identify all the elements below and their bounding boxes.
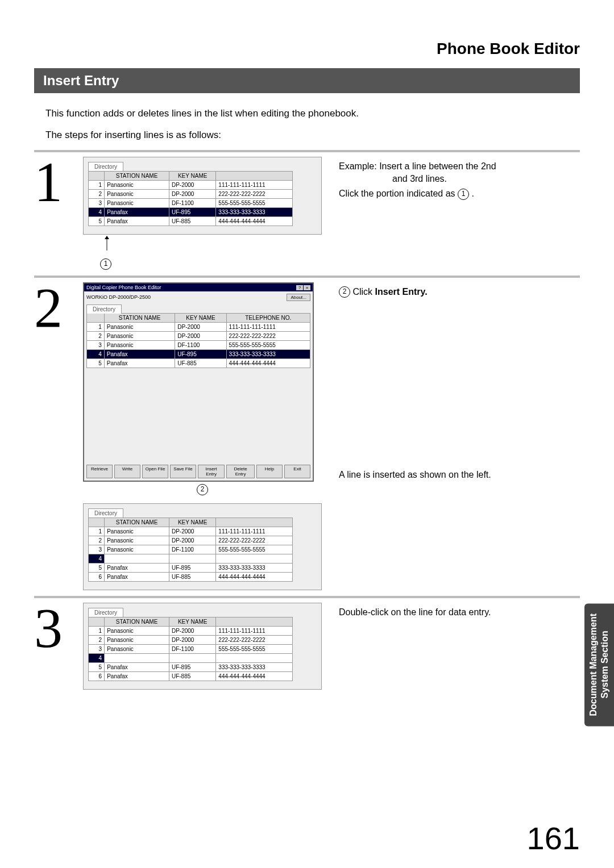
svg-marker-1 xyxy=(105,236,109,239)
button-row: RetrieveWriteOpen FileSave FileInsert En… xyxy=(86,465,310,478)
directory-tab[interactable]: Directory xyxy=(86,304,122,314)
directory-tab[interactable]: Directory xyxy=(88,608,123,617)
table-row[interactable]: 1PanasonicDP-2000111-111-111-1111 xyxy=(89,626,293,635)
result-table: STATION NAME KEY NAME 1PanasonicDP-20001… xyxy=(88,518,293,582)
window-controls[interactable]: ?× xyxy=(296,285,310,290)
callout-circle-2: 2 xyxy=(197,484,208,495)
step-number: 1 xyxy=(34,157,74,208)
page-title: Phone Book Editor xyxy=(34,40,580,58)
table-row[interactable]: 5PanafaxUF-885444-444-444-4444 xyxy=(87,358,310,368)
table-row[interactable]: 1PanasonicDP-2000111-111-111-1111 xyxy=(89,527,293,536)
app-subtitle: WORKiO DP-2000/DP-2500 xyxy=(86,294,151,300)
table-row[interactable]: 4 xyxy=(89,554,293,563)
col-tel xyxy=(216,171,293,180)
table-row[interactable]: 2PanasonicDP-2000222-222-222-2222 xyxy=(89,635,293,644)
help-button[interactable]: Help xyxy=(256,465,283,478)
page-number: 161 xyxy=(527,820,580,857)
step-3: 3 Directory STATION NAME KEY NAME 1Panas… xyxy=(34,596,580,690)
table-row[interactable]: 3PanasonicDF-1100555-555-555-5555 xyxy=(89,644,293,653)
result-text: A line is inserted as shown on the left. xyxy=(339,469,580,481)
click-instruction: Click the portion indicated as 1 . xyxy=(339,187,580,200)
directory-panel: Directory STATION NAME KEY NAME 1Panason… xyxy=(83,603,322,690)
table-row[interactable]: 6PanafaxUF-885444-444-444-4444 xyxy=(89,572,293,581)
step-number: 3 xyxy=(34,603,74,654)
table-row[interactable]: 2PanasonicDP-2000222-222-222-2222 xyxy=(89,189,293,198)
write-button[interactable]: Write xyxy=(114,465,140,478)
table-row[interactable]: 2PanasonicDP-2000222-222-222-2222 xyxy=(89,536,293,545)
window-title: Digital Copier Phone Book Editor xyxy=(86,285,161,290)
col-station: STATION NAME xyxy=(105,171,169,180)
open-file-button[interactable]: Open File xyxy=(142,465,168,478)
table-row[interactable]: 6PanafaxUF-885444-444-444-4444 xyxy=(89,671,293,681)
callout-circle-1: 1 xyxy=(100,258,111,270)
col-key: KEY NAME xyxy=(169,171,215,180)
table-row[interactable]: 5PanafaxUF-895333-333-333-3333 xyxy=(89,662,293,671)
directory-tab[interactable]: Directory xyxy=(88,508,123,518)
directory-table: STATION NAME KEY NAME 1PanasonicDP-20001… xyxy=(88,171,293,226)
table-row[interactable]: 4PanafaxUF-895333-333-333-3333 xyxy=(87,349,310,358)
table-row[interactable]: 4 xyxy=(89,653,293,662)
directory-panel: Directory STATION NAME KEY NAME 1Panason… xyxy=(83,157,322,235)
app-window: Digital Copier Phone Book Editor ?× WORK… xyxy=(83,282,314,482)
step-1: 1 Directory STATION NAME KEY NAME 1Panas… xyxy=(34,150,580,270)
directory-table: STATION NAME KEY NAME 1PanasonicDP-20001… xyxy=(88,617,293,681)
table-row[interactable]: 3PanasonicDF-1100555-555-555-5555 xyxy=(89,545,293,554)
example-line2: and 3rd lines. xyxy=(392,173,580,185)
table-row[interactable]: 3PanasonicDF-1100555-555-555-5555 xyxy=(89,198,293,207)
directory-table: STATION NAME KEY NAME TELEPHONE NO. 1Pan… xyxy=(86,313,310,368)
intro-line1: This function adds or deletes lines in t… xyxy=(45,107,580,120)
about-button[interactable]: About... xyxy=(287,294,310,301)
insert-instruction: 2 Click Insert Entry. xyxy=(339,286,580,298)
table-row[interactable]: 1PanasonicDP-2000111-111-111-1111 xyxy=(89,180,293,189)
save-file-button[interactable]: Save File xyxy=(170,465,196,478)
table-row[interactable]: 5PanafaxUF-895333-333-333-3333 xyxy=(89,563,293,572)
directory-tab[interactable]: Directory xyxy=(88,162,123,171)
table-row[interactable]: 5PanafaxUF-885444-444-444-4444 xyxy=(89,216,293,226)
section-header: Insert Entry xyxy=(34,68,580,93)
table-row[interactable]: 3PanasonicDF-1100555-555-555-5555 xyxy=(87,340,310,349)
result-panel: Directory STATION NAME KEY NAME 1Panason… xyxy=(83,503,322,590)
retrieve-button[interactable]: Retrieve xyxy=(86,465,113,478)
callout-arrow xyxy=(103,236,126,258)
table-row[interactable]: 4PanafaxUF-895333-333-333-3333 xyxy=(89,207,293,216)
step-number: 2 xyxy=(34,282,74,333)
exit-button[interactable]: Exit xyxy=(284,465,310,478)
example-line: Example: Insert a line between the 2nd xyxy=(339,160,580,173)
delete-entry-button[interactable]: Delete Entry xyxy=(226,465,255,478)
side-tab: Document ManagementSystem Section xyxy=(584,603,614,726)
step-2: 2 Digital Copier Phone Book Editor ?× WO… xyxy=(34,276,580,590)
insert-entry-button[interactable]: Insert Entry xyxy=(198,465,225,478)
table-row[interactable]: 1PanasonicDP-2000111-111-111-1111 xyxy=(87,322,310,331)
table-row[interactable]: 2PanasonicDP-2000222-222-222-2222 xyxy=(87,331,310,340)
doubleclick-instruction: Double-click on the line for data entry. xyxy=(339,606,580,619)
intro-line2: The steps for inserting lines is as foll… xyxy=(45,128,580,142)
